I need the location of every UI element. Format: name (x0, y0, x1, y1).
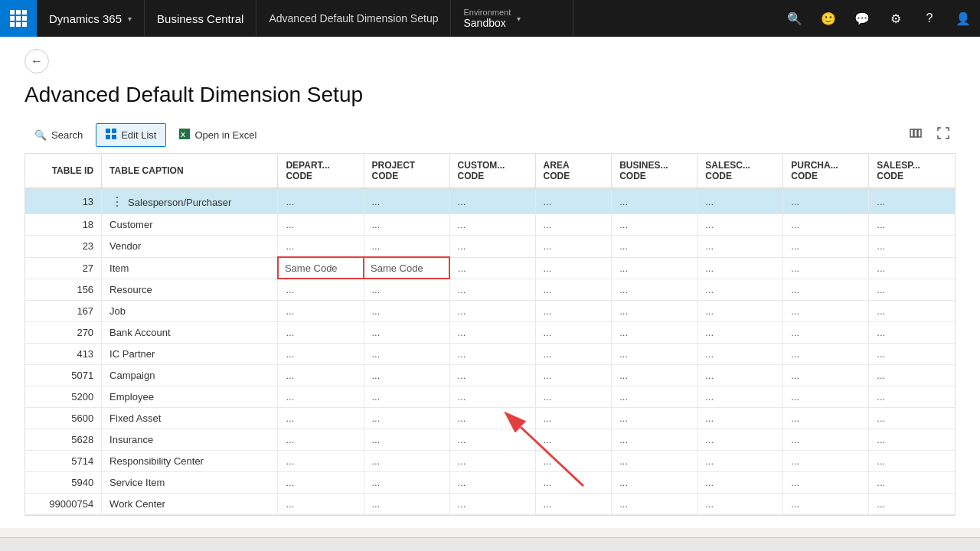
main-content: ← Advanced Default Dimension Setup 🔍 Sea… (0, 37, 980, 528)
cell-business-code: ... (612, 451, 697, 472)
cell-salesp-code: ... (869, 322, 955, 344)
cell-table-id: 413 (25, 344, 102, 365)
toolbar-right (903, 122, 956, 147)
cell-salesc-code: ... (697, 494, 783, 515)
row-actions-icon[interactable]: ⋮ (109, 194, 125, 209)
table-row[interactable]: 18Customer........................ (25, 214, 955, 236)
caption-text: IC Partner (109, 348, 155, 360)
col-header-table-caption[interactable]: TABLE CAPTION (102, 154, 278, 188)
cell-table-id: 23 (25, 236, 102, 258)
cell-table-id: 13 (25, 188, 102, 214)
cell-project-code: ... (364, 301, 449, 322)
columns-button[interactable] (903, 122, 928, 147)
col-header-depart-code[interactable]: DEPART... CODE (278, 154, 364, 188)
table-row[interactable]: 5600Fixed Asset........................ (25, 408, 955, 429)
cell-purcha-code: ... (783, 451, 869, 472)
cell-table-caption: Bank Account (102, 322, 278, 344)
user-icon[interactable]: 👤 (946, 0, 980, 37)
table-row[interactable]: 5940Service Item........................ (25, 472, 955, 494)
cell-table-caption: Vendor (102, 236, 278, 258)
cell-area-code: ... (535, 451, 612, 472)
cell-salesc-code: ... (697, 322, 783, 344)
cell-area-code: ... (535, 322, 612, 344)
cell-salesc-code: ... (697, 344, 783, 365)
col-header-salesc-code[interactable]: SALESC... CODE (697, 154, 783, 188)
search-nav-icon[interactable]: 🔍 (778, 0, 812, 37)
cell-purcha-code: ... (783, 472, 869, 494)
col-header-salesp-code[interactable]: SALESP... CODE (869, 154, 955, 188)
back-button[interactable]: ← (24, 49, 49, 73)
feedback-icon[interactable]: 🙂 (812, 0, 845, 37)
apps-launcher-button[interactable] (0, 0, 37, 37)
dynamics365-label: Dynamics 365 (49, 12, 122, 25)
open-excel-button[interactable]: X Open in Excel (169, 123, 266, 147)
cell-purcha-code: ... (783, 279, 869, 301)
col-header-area-code[interactable]: AREA CODE (535, 154, 612, 188)
svg-rect-0 (106, 129, 110, 133)
col-header-project-code[interactable]: PROJECT CODE (364, 154, 449, 188)
cell-project-code: ... (364, 472, 449, 494)
environment-selector[interactable]: Environment Sandbox ▾ (451, 0, 573, 37)
col-header-purcha-code[interactable]: PURCHA... CODE (783, 154, 869, 188)
search-button[interactable]: 🔍 Search (24, 124, 93, 146)
cell-custom-code: ... (449, 236, 535, 258)
col-header-custom-code[interactable]: CUSTOM... CODE (449, 154, 535, 188)
apps-grid-icon (10, 10, 27, 27)
cell-table-id: 18 (25, 214, 102, 236)
table-row[interactable]: 23Vendor........................ (25, 236, 955, 258)
caption-text: Service Item (109, 477, 165, 488)
table-row[interactable]: 5714Responsibility Center...............… (25, 451, 955, 472)
data-table-container: TABLE ID TABLE CAPTION DEPART... CODE PR… (24, 153, 956, 516)
top-nav-icon-group: 🔍 🙂 💬 ⚙ ? 👤 (778, 0, 980, 37)
col-header-table-id[interactable]: TABLE ID (25, 154, 102, 188)
table-row[interactable]: 270Bank Account........................ (25, 322, 955, 344)
cell-depart-code: ... (278, 494, 364, 515)
cell-area-code: ... (535, 236, 612, 258)
back-arrow-icon: ← (31, 54, 43, 68)
business-central-nav[interactable]: Business Central (145, 0, 256, 37)
cell-business-code: ... (612, 257, 697, 279)
cell-salesc-code: ... (697, 236, 783, 258)
edit-list-label: Edit List (121, 129, 156, 141)
table-row[interactable]: 413IC Partner........................ (25, 344, 955, 365)
caption-text: Insurance (109, 434, 153, 445)
table-row[interactable]: 5628Insurance........................ (25, 429, 955, 451)
environment-name-text: Sandbox (463, 17, 511, 29)
table-row[interactable]: 13⋮Salesperson/Purchaser................… (25, 188, 955, 214)
cell-salesp-code: ... (869, 301, 955, 322)
cell-salesp-code: ... (869, 494, 955, 515)
top-navigation: Dynamics 365 ▾ Business Central Advanced… (0, 0, 980, 37)
cell-salesc-code: ... (697, 429, 783, 451)
table-row[interactable]: 99000754Work Center.....................… (25, 494, 955, 515)
table-row[interactable]: 5071Campaign........................ (25, 365, 955, 386)
col-header-business-code[interactable]: BUSINES... CODE (612, 154, 697, 188)
caption-text: Responsibility Center (109, 455, 204, 467)
dimension-setup-table: TABLE ID TABLE CAPTION DEPART... CODE PR… (25, 154, 955, 515)
svg-rect-7 (914, 129, 917, 137)
cell-salesp-code: ... (869, 279, 955, 301)
cell-salesp-code: ... (869, 365, 955, 386)
fullscreen-button[interactable] (931, 122, 956, 147)
svg-rect-6 (910, 129, 913, 137)
search-icon: 🔍 (34, 129, 47, 141)
edit-list-button[interactable]: Edit List (96, 123, 166, 147)
table-row[interactable]: 5200Employee........................ (25, 386, 955, 408)
cell-depart-code: ... (278, 451, 364, 472)
cell-salesc-code: ... (697, 451, 783, 472)
cell-salesc-code: ... (697, 279, 783, 301)
cell-custom-code: ... (449, 188, 535, 214)
table-row[interactable]: 156Resource........................ (25, 279, 955, 301)
settings-icon[interactable]: ⚙ (879, 0, 913, 37)
table-row[interactable]: 27ItemSame CodeSame Code................… (25, 257, 955, 279)
cell-business-code: ... (612, 188, 697, 214)
help-icon[interactable]: ? (913, 0, 946, 37)
table-row[interactable]: 167Job........................ (25, 301, 955, 322)
cell-purcha-code: ... (783, 188, 869, 214)
cell-project-code: ... (364, 188, 449, 214)
cell-salesc-code: ... (697, 472, 783, 494)
cell-project-code: ... (364, 429, 449, 451)
cell-area-code: ... (535, 257, 612, 279)
chat-icon[interactable]: 💬 (845, 0, 879, 37)
dynamics365-nav[interactable]: Dynamics 365 ▾ (37, 0, 145, 37)
cell-depart-code: ... (278, 408, 364, 429)
